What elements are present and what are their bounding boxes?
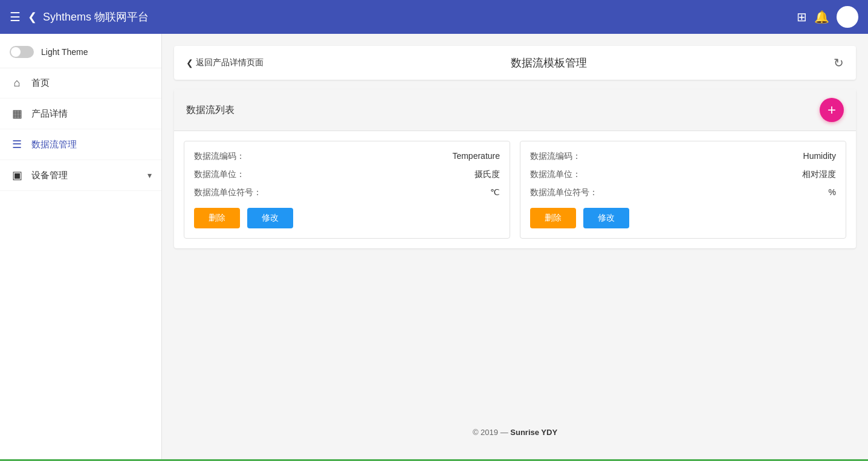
back-link-label: 返回产品详情页面 [196, 57, 264, 68]
sidebar-item-product-detail[interactable]: ▦ 产品详情 [0, 98, 161, 129]
edit-button-1[interactable]: 修改 [583, 208, 629, 228]
sidebar-label-data-stream: 数据流管理 [31, 139, 152, 150]
stream-symbol-row-1: 数据流单位符号： % [530, 187, 836, 198]
stream-code-label-0: 数据流编码： [194, 151, 245, 162]
stream-unit-label-1: 数据流单位： [530, 169, 581, 180]
stream-symbol-row-0: 数据流单位符号： ℃ [194, 187, 500, 198]
stream-unit-row-0: 数据流单位： 摄氏度 [194, 169, 500, 180]
chevron-down-icon: ▾ [147, 170, 152, 180]
refresh-icon[interactable]: ↻ [834, 56, 844, 70]
stream-items: 数据流编码： Temperature 数据流单位： 摄氏度 数据流单位符号： ℃… [174, 131, 856, 248]
sidebar-label-device: 设备管理 [31, 170, 140, 181]
sidebar-item-home[interactable]: ⌂ 首页 [0, 68, 161, 98]
stream-code-row-0: 数据流编码： Temperature [194, 151, 500, 162]
stream-code-value-1: Humidity [803, 151, 836, 162]
stream-symbol-value-1: % [829, 187, 836, 198]
theme-toggle-row: Light Theme [0, 34, 161, 68]
home-icon: ⌂ [10, 77, 24, 89]
stream-actions-1: 删除 修改 [530, 208, 836, 228]
menu-icon[interactable]: ☰ [10, 10, 21, 24]
delete-button-0[interactable]: 删除 [194, 208, 240, 228]
device-icon: ▣ [10, 169, 24, 182]
sidebar-label-home: 首页 [31, 77, 152, 89]
stream-symbol-label-0: 数据流单位符号： [194, 187, 262, 198]
add-stream-button[interactable]: + [820, 98, 844, 122]
data-stream-icon: ☰ [10, 138, 24, 151]
stream-symbol-label-1: 数据流单位符号： [530, 187, 598, 198]
stream-unit-value-1: 相对湿度 [802, 169, 836, 180]
back-link[interactable]: ❮ 返回产品详情页面 [186, 57, 264, 68]
stream-code-value-0: Temperature [452, 151, 500, 162]
grid-icon[interactable]: ⊞ [797, 10, 807, 24]
edit-button-0[interactable]: 修改 [247, 208, 293, 228]
sidebar-item-device-mgmt[interactable]: ▣ 设备管理 ▾ [0, 160, 161, 191]
footer: © 2019 — Sunrise YDY [174, 416, 856, 449]
top-header: ☰ ❮ Syhthems 物联网平台 ⊞ 🔔 🌤 [0, 0, 868, 34]
main-content: ❮ 返回产品详情页面 数据流模板管理 ↻ 数据流列表 + 数据流编码： Temp… [162, 34, 868, 461]
page-title: 数据流模板管理 [264, 56, 834, 70]
card-header: 数据流列表 + [174, 89, 856, 131]
stream-item-0: 数据流编码： Temperature 数据流单位： 摄氏度 数据流单位符号： ℃… [184, 141, 510, 239]
stream-code-label-1: 数据流编码： [530, 151, 581, 162]
delete-button-1[interactable]: 删除 [530, 208, 576, 228]
stream-item-1: 数据流编码： Humidity 数据流单位： 相对湿度 数据流单位符号： % 删… [520, 141, 846, 239]
sidebar: Light Theme ⌂ 首页 ▦ 产品详情 ☰ 数据流管理 ▣ 设备管理 ▾ [0, 34, 162, 461]
layout: Light Theme ⌂ 首页 ▦ 产品详情 ☰ 数据流管理 ▣ 设备管理 ▾… [0, 34, 868, 461]
sidebar-label-product: 产品详情 [31, 108, 152, 120]
stream-unit-row-1: 数据流单位： 相对湿度 [530, 169, 836, 180]
stream-code-row-1: 数据流编码： Humidity [530, 151, 836, 162]
theme-label: Light Theme [41, 47, 88, 57]
header-back-arrow[interactable]: ❮ [28, 10, 37, 24]
stream-unit-label-0: 数据流单位： [194, 169, 245, 180]
page-header-card: ❮ 返回产品详情页面 数据流模板管理 ↻ [174, 46, 856, 80]
sidebar-item-data-stream[interactable]: ☰ 数据流管理 [0, 129, 161, 160]
theme-toggle[interactable] [10, 46, 34, 58]
footer-text: © 2019 — Sunrise YDY [473, 428, 557, 437]
header-icons: ⊞ 🔔 🌤 [797, 6, 858, 28]
avatar[interactable]: 🌤 [837, 6, 858, 28]
stream-unit-value-0: 摄氏度 [474, 169, 500, 180]
bell-icon[interactable]: 🔔 [814, 10, 829, 24]
stream-symbol-value-0: ℃ [490, 187, 500, 198]
card-header-title: 数据流列表 [186, 104, 235, 117]
product-icon: ▦ [10, 107, 24, 120]
app-title: Syhthems 物联网平台 [43, 10, 797, 24]
back-chevron-icon: ❮ [186, 58, 193, 68]
stream-actions-0: 删除 修改 [194, 208, 500, 228]
data-stream-card: 数据流列表 + 数据流编码： Temperature 数据流单位： 摄氏度 数据… [174, 89, 856, 248]
